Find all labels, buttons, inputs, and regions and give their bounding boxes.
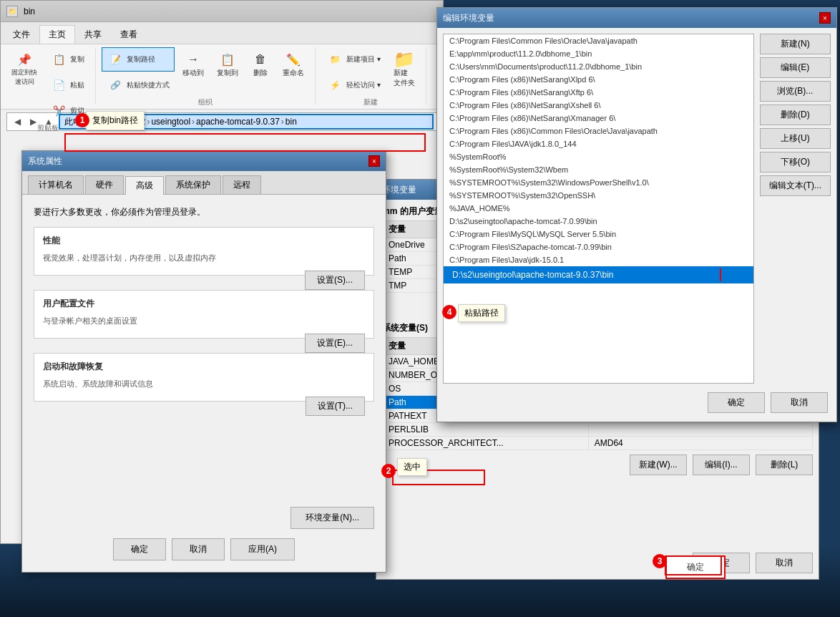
- env-item-11[interactable]: %SYSTEMROOT%\System32\WindowsPowerShell\…: [444, 176, 753, 189]
- env-item-7[interactable]: C:\Program Files (x86)\Common Files\Orac…: [444, 125, 753, 137]
- sys-props-ok[interactable]: 确定: [113, 538, 166, 560]
- edit-env-close[interactable]: ×: [819, 12, 831, 24]
- back-btn[interactable]: ◀: [10, 115, 24, 129]
- tab-hardware[interactable]: 硬件: [85, 175, 124, 194]
- file-explorer-title-bar: 📁 bin: [1, 1, 443, 22]
- edit-env-ok[interactable]: 确定: [708, 392, 765, 413]
- sys-props-tabs: 计算机名 硬件 高级 系统保护 远程: [22, 171, 386, 195]
- env-item-0[interactable]: C:\Program Files\Common Files\Oracle\Jav…: [444, 34, 753, 47]
- copy-label: 复制: [70, 54, 84, 64]
- sys-props-cancel[interactable]: 取消: [172, 538, 225, 560]
- env-item-1[interactable]: E:\app\mm\product\11.2.0\dbhome_1\bin: [444, 47, 753, 60]
- env-panel-cancel[interactable]: 取消: [756, 553, 813, 573]
- env-item-9[interactable]: %SystemRoot%: [444, 150, 753, 163]
- tab-share[interactable]: 共享: [75, 25, 111, 44]
- move-to-btn[interactable]: → 移动到: [177, 47, 209, 82]
- env-item-8[interactable]: C:\Program Files\JAVA\jdk1.8.0_144: [444, 137, 753, 150]
- step-3-indicator: 3: [653, 554, 667, 568]
- edit-env-cancel[interactable]: 取消: [771, 392, 828, 413]
- paste-path-tooltip: 粘贴路径: [458, 304, 505, 322]
- user-profile-title: 用户配置文件: [43, 298, 365, 310]
- performance-settings-btn[interactable]: 设置(S)...: [305, 271, 365, 290]
- env-item-14[interactable]: D:\s2\useingtool\apache-tomcat-7.0.99\bi…: [444, 215, 753, 228]
- nav-buttons: ◀ ▶ ▲: [10, 115, 56, 129]
- tab-view[interactable]: 查看: [111, 25, 147, 44]
- env-item-17[interactable]: C:\Program Files\Java\jdk-15.0.1: [444, 253, 753, 266]
- pin-icon: 📌: [16, 51, 33, 68]
- copy-path-tooltip-text: 复制bin路径: [92, 115, 138, 125]
- easy-access-btn[interactable]: ⚡ 轻松访问 ▾: [321, 73, 386, 97]
- forward-btn[interactable]: ▶: [26, 115, 40, 129]
- pin-label: 固定到快速访问: [11, 68, 37, 87]
- tab-computer-name[interactable]: 计算机名: [28, 175, 84, 194]
- delete-btn[interactable]: 🗑 删除: [246, 47, 275, 82]
- browse-path-btn[interactable]: 浏览(B)...: [760, 81, 831, 102]
- easy-access-label: 轻松访问 ▾: [346, 80, 381, 90]
- tab-file[interactable]: 文件: [4, 25, 39, 44]
- copy-path-label: 复制路径: [127, 54, 155, 64]
- new-path-input[interactable]: [449, 268, 721, 281]
- pin-btn[interactable]: 📌 固定到快速访问: [6, 47, 42, 123]
- env-item-6[interactable]: C:\Program Files (x86)\NetSarang\Xmanage…: [444, 112, 753, 125]
- move-to-icon: →: [185, 51, 202, 68]
- ribbon-group-organize: 📝 复制路径 🔗 粘贴快捷方式 → 移动到: [102, 47, 316, 105]
- env-item-13[interactable]: %JAVA_HOME%: [444, 202, 753, 215]
- paste-btn[interactable]: 📄 粘贴: [45, 73, 89, 97]
- performance-title: 性能: [43, 235, 365, 247]
- sys-delete-btn[interactable]: 删除(L): [756, 455, 813, 475]
- env-item-4[interactable]: C:\Program Files (x86)\NetSarang\Xftp 6\: [444, 86, 753, 99]
- address-bar[interactable]: ◀ ▶ ▲ 此电脑 › Data (D:) › s2 › useingtool …: [6, 112, 437, 131]
- new-item-btn[interactable]: 📁 新建项目 ▾: [321, 47, 386, 72]
- new-folder-btn[interactable]: 📁 新建文件夹: [389, 47, 420, 92]
- env-item-2[interactable]: C:\Users\mm\Documents\product\11.2.0\dbh…: [444, 60, 753, 73]
- new-path-btn[interactable]: 新建(N): [760, 34, 831, 54]
- tab-remote[interactable]: 远程: [223, 175, 261, 194]
- env-item-5[interactable]: C:\Program Files (x86)\NetSarang\Xshell …: [444, 99, 753, 112]
- tab-advanced[interactable]: 高级: [125, 176, 164, 195]
- ribbon-group-buttons-1: 📌 固定到快速访问 📋 复制 📄 粘贴 ✂️: [6, 47, 89, 123]
- env-vars-btn[interactable]: 环境变量(N)...: [290, 507, 374, 529]
- admin-note: 要进行大多数更改，你必须作为管理员登录。: [34, 206, 374, 218]
- sys-edit-btn[interactable]: 编辑(I)...: [693, 455, 750, 475]
- env-item-18[interactable]: [444, 266, 753, 283]
- tab-home[interactable]: 主页: [39, 25, 75, 44]
- sys-new-btn[interactable]: 新建(W)...: [630, 455, 687, 475]
- step-1-indicator: 1: [75, 113, 89, 127]
- ribbon-group-new: 📁 新建项目 ▾ ⚡ 轻松访问 ▾ 📁 新建文件夹 新建: [321, 47, 426, 105]
- sys-props-close[interactable]: ×: [368, 155, 380, 167]
- sys-var-perl5lib[interactable]: PERL5LIB: [383, 423, 813, 437]
- copy-path-tooltip: 复制bin路径: [86, 111, 145, 130]
- env-item-16[interactable]: C:\Program Files\S2\apache-tomcat-7.0.99…: [444, 241, 753, 253]
- copy-to-btn[interactable]: 📋 复制到: [212, 47, 243, 82]
- env-item-3[interactable]: C:\Program Files (x86)\NetSarang\Xlpd 6\: [444, 73, 753, 86]
- path-part-4: apache-tomcat-9.0.37: [196, 117, 280, 127]
- sys-props-apply[interactable]: 应用(A): [230, 538, 295, 560]
- new-item-icon: 📁: [326, 51, 343, 68]
- edit-path-btn[interactable]: 编辑(E): [760, 57, 831, 78]
- env-item-15[interactable]: C:\Program Files\MySQL\MySQL Server 5.5\…: [444, 228, 753, 241]
- env-item-10[interactable]: %SystemRoot%\System32\Wbem: [444, 163, 753, 176]
- user-profile-settings-btn[interactable]: 设置(E)...: [305, 334, 365, 353]
- new-label: 新建: [363, 97, 378, 107]
- move-down-btn[interactable]: 下移(O): [760, 152, 831, 173]
- edit-text-btn[interactable]: 编辑文本(T)...: [760, 175, 831, 196]
- sys-props-title: 系统属性: [28, 155, 62, 167]
- new-item-label: 新建项目 ▾: [346, 54, 381, 64]
- startup-settings-btn[interactable]: 设置(T)...: [306, 397, 365, 416]
- user-profile-text: 与登录帐户相关的桌面设置: [43, 316, 365, 326]
- delete-path-btn[interactable]: 删除(D): [760, 105, 831, 125]
- select-tooltip: 选中: [397, 458, 427, 476]
- copy-path-btn[interactable]: 📝 复制路径: [102, 47, 175, 72]
- tab-system-protection[interactable]: 系统保护: [165, 175, 221, 194]
- path-part-5: bin: [285, 117, 297, 127]
- system-vars-buttons: 新建(W)... 编辑(I)... 删除(L): [382, 455, 813, 475]
- confirm-ok-btn[interactable]: 确定: [665, 555, 726, 579]
- env-item-12[interactable]: %SYSTEMROOT%\System32\OpenSSH\: [444, 189, 753, 202]
- move-up-btn[interactable]: 上移(U): [760, 128, 831, 149]
- file-explorer-title: bin: [24, 6, 35, 16]
- copy-btn[interactable]: 📋 复制: [45, 47, 89, 72]
- up-btn[interactable]: ▲: [41, 115, 56, 129]
- paste-shortcut-btn[interactable]: 🔗 粘贴快捷方式: [102, 73, 175, 97]
- sys-var-processor-arch[interactable]: PROCESSOR_ARCHITECT...AMD64: [383, 437, 813, 450]
- rename-btn[interactable]: ✏️ 重命名: [278, 47, 309, 82]
